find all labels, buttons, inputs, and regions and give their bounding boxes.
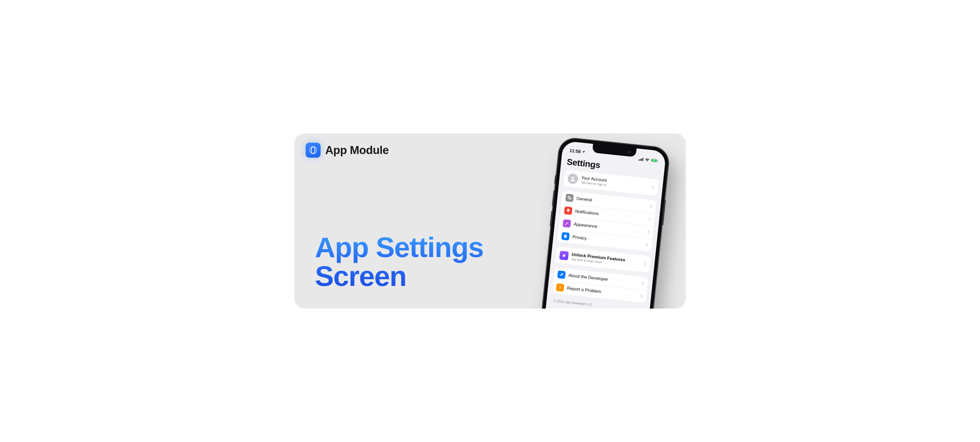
phone-power-button: [662, 199, 666, 225]
settings-page: Settings Your Account Tap here to Sign I…: [546, 153, 665, 309]
chevron-right-icon: [652, 185, 654, 189]
promo-card: App Module App Settings Screen 11:58: [294, 133, 686, 309]
warning-icon: [556, 283, 565, 292]
status-right: [638, 157, 658, 163]
chevron-right-icon: [649, 217, 651, 221]
phone-mute-switch: [554, 175, 557, 184]
phone-volume-down: [550, 211, 553, 227]
paintbrush-icon: [563, 219, 571, 228]
svg-rect-4: [641, 158, 642, 161]
svg-rect-2: [639, 160, 640, 161]
phone-body: 11:58: [537, 137, 670, 309]
wifi-icon: [645, 158, 649, 161]
svg-point-9: [572, 176, 574, 179]
svg-point-1: [310, 147, 317, 154]
chevron-right-icon: [646, 243, 648, 247]
cellular-icon: [639, 157, 644, 161]
hero-title: App Settings Screen: [315, 233, 483, 290]
svg-rect-8: [657, 160, 658, 161]
star-icon: [559, 251, 569, 260]
bell-icon: [564, 206, 573, 215]
hero-title-line2: Screen: [315, 260, 406, 292]
phone-screen: 11:58: [541, 140, 667, 309]
chevron-right-icon: [642, 281, 644, 285]
brand-label: App Module: [325, 144, 389, 156]
chevron-right-icon: [648, 230, 650, 234]
status-left: 11:58: [569, 148, 585, 155]
gear-icon: [565, 194, 574, 202]
phone-volume-up: [552, 190, 555, 206]
avatar-icon: [567, 173, 579, 184]
hand-raised-icon: [561, 232, 570, 241]
svg-rect-3: [640, 159, 641, 161]
hammer-icon: [557, 270, 566, 279]
svg-rect-0: [311, 147, 315, 153]
battery-icon: [651, 158, 658, 163]
chevron-right-icon: [644, 262, 646, 266]
phone-mockup: 11:58: [542, 137, 675, 309]
app-module-icon: [305, 143, 321, 158]
hero-title-line1: App Settings: [315, 231, 483, 263]
brand-header: App Module: [305, 143, 389, 158]
group-main: General Notifications: [557, 191, 657, 252]
svg-rect-5: [642, 158, 643, 161]
group-info: About the Developer Report a Problem: [552, 268, 648, 303]
status-time: 11:58: [569, 148, 581, 154]
chevron-right-icon: [641, 294, 643, 298]
chevron-right-icon: [650, 204, 652, 208]
location-icon: [582, 149, 585, 155]
front-camera-icon: [628, 151, 631, 153]
